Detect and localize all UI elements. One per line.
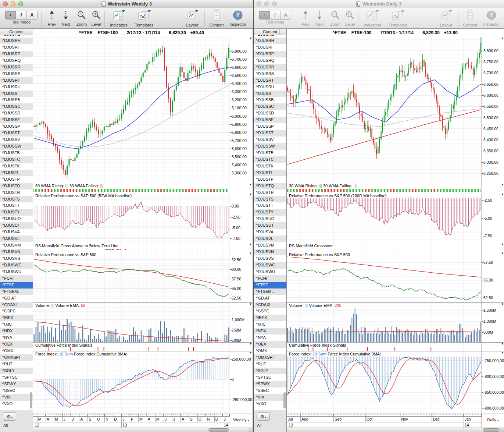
sidebar-item-djustr[interactable]: ^DJUSTR xyxy=(0,190,33,196)
sidebar-item-djusvm[interactable]: ^DJUSVM xyxy=(254,242,286,249)
sidebar-item-djusrq[interactable]: ^DJUSRQ xyxy=(0,57,33,64)
sidebar-item-djusru[interactable]: ^DJUSRU xyxy=(0,84,33,91)
sidebar-item-djuss[interactable]: ^DJUSS xyxy=(0,91,33,97)
panel-vol-disclosure-icon[interactable]: ▾ xyxy=(501,303,503,306)
sidebar-item-ibex[interactable]: ^IBEX xyxy=(254,315,286,321)
sidebar-item-djusrr[interactable]: ^DJUSRR xyxy=(0,64,33,71)
sidebar-item-djusru[interactable]: ^DJUSRU xyxy=(254,84,286,91)
sidebar-item-djusts[interactable]: ^DJUSTS xyxy=(254,196,286,203)
sidebar-item-djuswc[interactable]: ^DJUSWC xyxy=(0,262,33,269)
sidebar-item-djusuo[interactable]: ^DJUSUO xyxy=(254,216,286,222)
sidebar-item-djusvn[interactable]: ^DJUSVN xyxy=(254,249,286,255)
horizontal-scrollbar[interactable] xyxy=(33,428,253,432)
sidebar-item-vxo[interactable]: ^VXO xyxy=(0,401,33,407)
sidebar-item-gspc[interactable]: ^GSPC xyxy=(254,308,286,315)
sidebar-item-gdaxi[interactable]: ^GDAXI xyxy=(254,302,286,308)
sidebar-item-djusrp[interactable]: ^DJUSRP xyxy=(0,51,33,57)
zoom-window-button[interactable] xyxy=(272,1,277,6)
panel-wma-disclosure-icon[interactable]: ▾ xyxy=(250,183,251,186)
sidebar-item-djusrt[interactable]: ^DJUSRT xyxy=(254,77,286,84)
sidebar-item-djusst[interactable]: ^DJUSST xyxy=(254,130,286,137)
sidebar-item-djussw[interactable]: ^DJUSSW xyxy=(0,143,33,150)
sidebar-item-ixic[interactable]: ^IXIC xyxy=(254,321,286,328)
tool-crosshair-button[interactable]: + xyxy=(259,11,270,19)
titlebar[interactable]: Weinstein Weekly 3 xyxy=(0,0,253,8)
sidebar-item-djussc[interactable]: ^DJUSSC xyxy=(0,103,33,110)
sidebar-item-djusuo[interactable]: ^DJUSUO xyxy=(0,216,33,222)
content-button[interactable]: Content xyxy=(460,10,480,27)
sidebar-item-djustl[interactable]: ^DJUSTL xyxy=(0,170,33,176)
sidebar-item-ibex[interactable]: ^IBEX xyxy=(0,315,33,321)
sidebar-item-djusvs[interactable]: ^DJUSVS xyxy=(0,255,33,262)
sidebar-item-djustb[interactable]: ^DJUSTB xyxy=(0,150,33,156)
filter-scope-label[interactable]: All xyxy=(3,423,8,428)
panel-mans-disclosure-icon[interactable]: ▾ xyxy=(501,243,503,246)
sidebar-item-djussf[interactable]: ^DJUSSF xyxy=(254,117,286,123)
tool-text-button[interactable]: A xyxy=(280,11,291,19)
sidebar-item-djusrs[interactable]: ^DJUSRS xyxy=(254,71,286,77)
sidebar-item-djusrr[interactable]: ^DJUSRR xyxy=(254,64,286,71)
sidebar-item-djussp[interactable]: ^DJUSSP xyxy=(254,123,286,130)
filter-gear-button[interactable]: ⚙▾ xyxy=(3,412,16,421)
minimize-button[interactable] xyxy=(264,1,269,6)
panel-price-disclosure-icon[interactable]: ▾ xyxy=(501,37,503,40)
sidebar-item-omxspi[interactable]: ^OMXSPI xyxy=(254,354,286,361)
inspector-button[interactable]: iInspector xyxy=(480,10,503,26)
sidebar-item-gdat[interactable]: ^GD.AT xyxy=(0,295,33,302)
panel-rs-disclosure-icon[interactable]: ▾ xyxy=(250,252,251,255)
sidebar-item-rut[interactable]: ^RUT xyxy=(0,361,33,368)
panel-rp-disclosure-icon[interactable]: ▾ xyxy=(250,193,251,196)
sidebar-item-djussf[interactable]: ^DJUSSF xyxy=(0,117,33,123)
sidebar-item-djusvm[interactable]: ^DJUSVM xyxy=(0,242,33,249)
sidebar-item-sgly[interactable]: ^SGLY xyxy=(254,368,286,374)
sidebar-item-fchi[interactable]: ^FCHI xyxy=(0,275,33,282)
sidebar-item-djusts[interactable]: ^DJUSTS xyxy=(0,196,33,203)
sidebar-item-djustk[interactable]: ^DJUSTK xyxy=(0,163,33,170)
sidebar-item-djustl[interactable]: ^DJUSTL xyxy=(254,170,286,176)
sidebar-item-djusri[interactable]: ^DJUSRI xyxy=(0,44,33,51)
sidebar-item-djusri[interactable]: ^DJUSRI xyxy=(254,44,286,51)
templates-button[interactable]: Templates xyxy=(131,10,157,27)
sidebar-item-djussv[interactable]: ^DJUSSV xyxy=(0,137,33,143)
prev-button[interactable]: Prev xyxy=(45,10,59,26)
sidebar-item-nya[interactable]: ^NYA xyxy=(254,334,286,341)
filter-scope-label[interactable]: All xyxy=(257,423,261,428)
sidebar-item-djusrh[interactable]: ^DJUSRH xyxy=(0,38,33,44)
sidebar-item-ftse[interactable]: ^FTSE xyxy=(254,282,286,288)
sidebar-item-ftse[interactable]: ^FTSE xyxy=(0,282,33,288)
sidebar-item-djusrp[interactable]: ^DJUSRP xyxy=(254,51,286,57)
sidebar-item-gdat[interactable]: ^GD.AT xyxy=(254,295,286,302)
sidebar-item-djusty[interactable]: ^DJUSTY xyxy=(254,209,286,216)
sidebar-item-djuswu[interactable]: ^DJUSWU xyxy=(254,269,286,275)
sidebar-item-omx[interactable]: ^OMX xyxy=(254,348,286,354)
sidebar-item-ssec[interactable]: ^SSEC xyxy=(254,387,286,394)
sidebar-item-sptsc[interactable]: ^SPTSC xyxy=(0,374,33,381)
sidebar-item-vix[interactable]: ^VIX xyxy=(254,394,286,401)
hscroll-thumb[interactable] xyxy=(208,428,229,432)
sidebar-item-djustc[interactable]: ^DJUSTC xyxy=(0,156,33,163)
sidebar-header[interactable]: Content xyxy=(0,29,33,35)
sidebar-item-sgly[interactable]: ^SGLY xyxy=(0,368,33,374)
panel-cfi-disclosure-icon[interactable]: ▾ xyxy=(501,343,503,346)
sidebar-item-vxo[interactable]: ^VXO xyxy=(254,401,286,407)
panel-vol-disclosure-icon[interactable]: ▾ xyxy=(250,303,251,306)
sidebar-item-ndx[interactable]: ^NDX xyxy=(0,328,33,334)
zoom-out-button[interactable]: Zoom xyxy=(328,10,343,26)
sidebar-item-gspc[interactable]: ^GSPC xyxy=(0,308,33,315)
sidebar-item-djusty[interactable]: ^DJUSTY xyxy=(0,209,33,216)
sidebar-item-sptsc[interactable]: ^SPTSC xyxy=(254,374,286,381)
tool-crosshair-button[interactable]: + xyxy=(6,11,16,19)
zoom-in-button[interactable]: Level xyxy=(343,10,357,26)
minimize-button[interactable] xyxy=(11,1,15,6)
sidebar-item-djussb[interactable]: ^DJUSSB xyxy=(254,97,286,103)
titlebar[interactable]: Weinstein Daily 3 xyxy=(254,0,504,8)
sidebar-item-djustc[interactable]: ^DJUSTC xyxy=(254,156,286,163)
zoom-in-button[interactable]: Level xyxy=(89,10,104,26)
templates-button[interactable]: Templates xyxy=(385,10,411,27)
sidebar-item-djusrh[interactable]: ^DJUSRH xyxy=(254,38,286,44)
sidebar-item-djussp[interactable]: ^DJUSSP xyxy=(0,123,33,130)
sidebar-item-djusvl[interactable]: ^DJUSVL xyxy=(0,236,33,242)
panel-cfi-disclosure-icon[interactable]: ▾ xyxy=(250,343,251,346)
sidebar-item-nya[interactable]: ^NYA xyxy=(0,334,33,341)
resize-grip[interactable] xyxy=(499,428,504,432)
